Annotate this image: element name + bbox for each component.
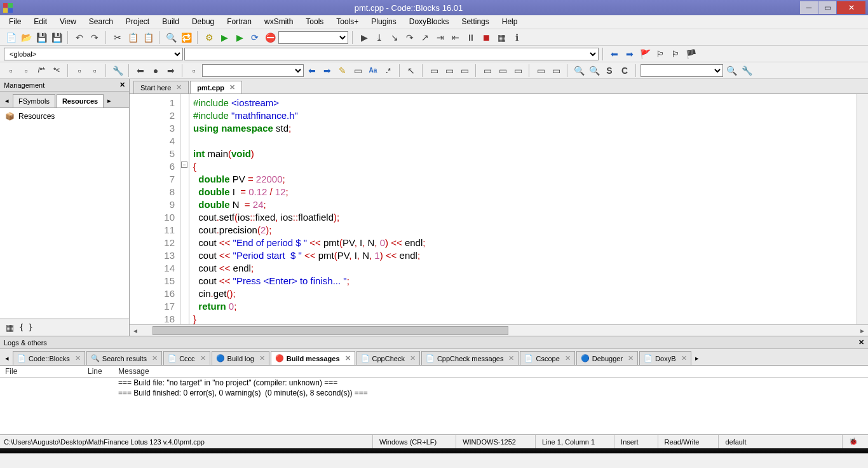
logs-tab-searchresults[interactable]: 🔍Search results✕ <box>86 351 162 365</box>
menu-doxyblocks[interactable]: DoxyBlocks <box>403 15 456 29</box>
tb3-b3-icon[interactable]: ▭ <box>458 64 471 78</box>
bookmark-next-icon[interactable]: 🏳 <box>668 47 682 61</box>
minimize-button[interactable]: ─ <box>800 1 818 14</box>
break-icon[interactable]: ⏸ <box>464 31 478 45</box>
tb3-b2-icon[interactable]: ▭ <box>442 64 456 78</box>
settings-icon[interactable]: 🔧 <box>111 64 125 78</box>
tb3-b4-icon[interactable]: ▭ <box>480 64 494 78</box>
build-target-select[interactable] <box>278 31 348 44</box>
abort-icon[interactable]: ⛔ <box>263 31 277 45</box>
step-instruction-icon[interactable]: ⇤ <box>449 31 463 45</box>
mgmt-tab-resources[interactable]: Resources <box>57 94 104 107</box>
logs-col-line[interactable]: Line <box>88 367 118 376</box>
menu-plugins[interactable]: Plugins <box>365 15 402 29</box>
menu-wxsmith[interactable]: wxSmith <box>258 15 299 29</box>
logs-tab-cppcheckmessages[interactable]: 📄CppCheck messages✕ <box>421 351 519 365</box>
zoom-in-icon[interactable]: 🔍 <box>572 64 586 78</box>
logs-tab-debugger[interactable]: 🔵Debugger✕ <box>576 351 638 365</box>
prev-bookmark-icon[interactable]: ⬅ <box>607 47 621 61</box>
logs-col-file[interactable]: File <box>5 367 88 376</box>
tb3-b8-icon[interactable]: ▭ <box>549 64 563 78</box>
highlight-icon[interactable]: ✎ <box>336 64 349 78</box>
tb3-b1-icon[interactable]: ▭ <box>427 64 441 78</box>
tb3-icon-10[interactable]: ▫ <box>187 64 201 78</box>
close-button[interactable]: ✕ <box>837 1 865 14</box>
cursor-icon[interactable]: ↖ <box>404 64 418 78</box>
selection-icon[interactable]: ▭ <box>351 64 365 78</box>
menu-tools[interactable]: Tools+ <box>330 15 365 29</box>
build-run-icon[interactable]: ▶ <box>233 31 247 45</box>
toggle-bookmark-icon[interactable]: 🚩 <box>638 47 652 61</box>
mgmt-tab-fsymbols[interactable]: FSymbols <box>13 94 55 107</box>
logs-tab-cccc[interactable]: 📄Cccc✕ <box>163 351 210 365</box>
tree-root-item[interactable]: 📦 Resources <box>5 111 124 122</box>
cut-icon[interactable]: ✂ <box>111 31 125 45</box>
menu-tools[interactable]: Tools <box>299 15 330 29</box>
tb3-select2[interactable] <box>641 64 723 77</box>
logs-tab-cppcheck[interactable]: 📄CppCheck✕ <box>356 351 420 365</box>
next-instruction-icon[interactable]: ⇥ <box>433 31 447 45</box>
tb3-b6-icon[interactable]: ▭ <box>511 64 525 78</box>
mgmt-tab-right-icon[interactable]: ▸ <box>105 94 114 107</box>
save-icon[interactable]: 💾 <box>34 31 48 45</box>
tb3-end2-icon[interactable]: 🔧 <box>740 64 754 78</box>
menu-build[interactable]: Build <box>156 15 186 29</box>
stop-debug-icon[interactable]: ⏹ <box>479 31 493 45</box>
maximize-button[interactable]: ▭ <box>818 1 836 14</box>
open-file-icon[interactable]: 📂 <box>19 31 33 45</box>
comment-icon[interactable]: /** <box>34 64 48 78</box>
menu-project[interactable]: Project <box>119 15 156 29</box>
symbol-select[interactable] <box>184 48 599 60</box>
fold-gutter[interactable]: − <box>180 94 189 324</box>
redo-icon[interactable]: ↷ <box>88 31 102 45</box>
log-message-row[interactable]: === Build finished: 0 error(s), 0 warnin… <box>5 388 863 398</box>
nav-back-icon[interactable]: ⬅ <box>133 64 147 78</box>
management-close-icon[interactable]: ✕ <box>119 81 125 89</box>
logs-tab-close-icon[interactable]: ✕ <box>75 354 81 362</box>
tb3-end1-icon[interactable]: 🔍 <box>724 64 738 78</box>
menu-debug[interactable]: Debug <box>186 15 220 29</box>
run-to-cursor-icon[interactable]: ⤓ <box>372 31 386 45</box>
logs-tab-cscope[interactable]: 📄Cscope✕ <box>520 351 574 365</box>
logs-tab-close-icon[interactable]: ✕ <box>628 354 634 362</box>
rebuild-icon[interactable]: ⟳ <box>248 31 262 45</box>
debug-windows-icon[interactable]: ▦ <box>494 31 508 45</box>
fold-toggle-icon[interactable]: − <box>181 162 187 168</box>
logs-tab-close-icon[interactable]: ✕ <box>508 354 514 362</box>
save-all-icon[interactable]: 💾 <box>50 31 64 45</box>
tb3-icon-1[interactable]: ▫ <box>4 64 18 78</box>
zoom-out-icon[interactable]: 🔍 <box>587 64 601 78</box>
logs-tab-right-icon[interactable]: ▸ <box>693 352 702 365</box>
tab-close-icon[interactable]: ✕ <box>229 83 235 92</box>
replace-icon[interactable]: 🔁 <box>179 31 193 45</box>
logs-tab-close-icon[interactable]: ✕ <box>259 354 265 362</box>
code-editor[interactable]: 123456789101112131415161718 − #include <… <box>130 94 868 324</box>
bookmark-prev-icon[interactable]: 🏳 <box>653 47 667 61</box>
step-out-icon[interactable]: ↗ <box>418 31 432 45</box>
jump-fwd-icon[interactable]: ➡ <box>320 64 334 78</box>
copy-icon[interactable]: 📋 <box>126 31 140 45</box>
tb3-icon-5[interactable]: ▫ <box>72 64 86 78</box>
logs-tab-close-icon[interactable]: ✕ <box>200 354 206 362</box>
hscroll-thumb[interactable] <box>153 326 508 335</box>
debug-continue-icon[interactable]: ▶ <box>357 31 371 45</box>
logs-tab-close-icon[interactable]: ✕ <box>565 354 571 362</box>
management-tree[interactable]: 📦 Resources <box>0 108 129 319</box>
menu-search[interactable]: Search <box>83 15 119 29</box>
step-into-icon[interactable]: ↘ <box>388 31 402 45</box>
logs-tab-close-icon[interactable]: ✕ <box>152 354 158 362</box>
nav-fwd-icon[interactable]: ➡ <box>164 64 178 78</box>
logs-close-icon[interactable]: ✕ <box>858 338 864 347</box>
new-file-icon[interactable]: 📄 <box>4 31 18 45</box>
bug-icon[interactable]: 🐞 <box>842 435 864 448</box>
find-icon[interactable]: 🔍 <box>164 31 178 45</box>
hscroll-left-icon[interactable]: ◂ <box>130 326 141 335</box>
logs-tab-close-icon[interactable]: ✕ <box>681 354 687 362</box>
scope-select[interactable]: <global> <box>4 48 183 60</box>
logs-tab-doxyb[interactable]: 📄DoxyB✕ <box>639 351 691 365</box>
next-bookmark-icon[interactable]: ➡ <box>623 47 637 61</box>
editor-tab-starthere[interactable]: Start here✕ <box>133 81 189 93</box>
info-icon[interactable]: ℹ <box>510 31 524 45</box>
regex-icon[interactable]: .* <box>381 64 395 78</box>
s-icon[interactable]: S <box>602 64 616 78</box>
